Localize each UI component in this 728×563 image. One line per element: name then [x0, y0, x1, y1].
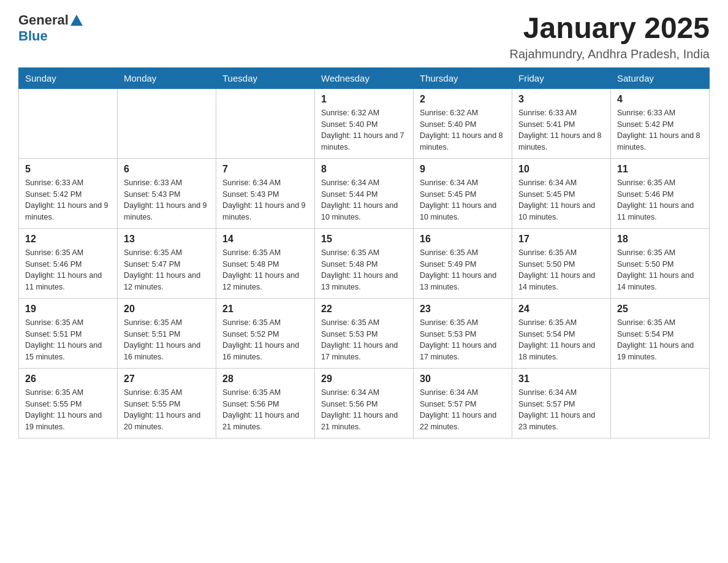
- calendar-title: January 2025: [510, 12, 710, 45]
- day-number: 1: [321, 94, 407, 105]
- day-info: Sunrise: 6:32 AMSunset: 5:40 PMDaylight:…: [321, 107, 407, 153]
- day-info: Sunrise: 6:35 AMSunset: 5:55 PMDaylight:…: [124, 387, 210, 433]
- day-info: Sunrise: 6:33 AMSunset: 5:43 PMDaylight:…: [124, 177, 210, 223]
- day-info: Sunrise: 6:35 AMSunset: 5:55 PMDaylight:…: [25, 387, 111, 433]
- day-of-week-header: Saturday: [611, 67, 710, 88]
- calendar-cell: 3Sunrise: 6:33 AMSunset: 5:41 PMDaylight…: [512, 88, 611, 158]
- day-number: 25: [617, 304, 703, 315]
- calendar-cell: [19, 88, 118, 158]
- calendar-cell: 8Sunrise: 6:34 AMSunset: 5:44 PMDaylight…: [315, 158, 414, 228]
- day-number: 23: [420, 304, 506, 315]
- day-number: 21: [222, 304, 308, 315]
- day-info: Sunrise: 6:35 AMSunset: 5:53 PMDaylight:…: [321, 317, 407, 363]
- title-section: January 2025 Rajahmundry, Andhra Pradesh…: [510, 12, 710, 61]
- calendar-table: SundayMondayTuesdayWednesdayThursdayFrid…: [18, 67, 710, 439]
- day-number: 11: [617, 164, 703, 175]
- day-info: Sunrise: 6:34 AMSunset: 5:57 PMDaylight:…: [420, 387, 506, 433]
- day-info: Sunrise: 6:35 AMSunset: 5:52 PMDaylight:…: [222, 317, 308, 363]
- day-info: Sunrise: 6:35 AMSunset: 5:47 PMDaylight:…: [124, 247, 210, 293]
- day-of-week-header: Sunday: [19, 67, 118, 88]
- day-of-week-header: Friday: [512, 67, 611, 88]
- calendar-cell: [118, 88, 216, 158]
- logo-blue-text: Blue: [18, 28, 48, 44]
- days-header-row: SundayMondayTuesdayWednesdayThursdayFrid…: [19, 67, 710, 88]
- day-info: Sunrise: 6:35 AMSunset: 5:48 PMDaylight:…: [321, 247, 407, 293]
- day-number: 22: [321, 304, 407, 315]
- calendar-cell: 18Sunrise: 6:35 AMSunset: 5:50 PMDayligh…: [611, 228, 710, 298]
- calendar-cell: 1Sunrise: 6:32 AMSunset: 5:40 PMDaylight…: [315, 88, 414, 158]
- calendar-subtitle: Rajahmundry, Andhra Pradesh, India: [510, 47, 710, 61]
- calendar-cell: 27Sunrise: 6:35 AMSunset: 5:55 PMDayligh…: [118, 368, 216, 438]
- day-info: Sunrise: 6:35 AMSunset: 5:54 PMDaylight:…: [518, 317, 604, 363]
- calendar-cell: 24Sunrise: 6:35 AMSunset: 5:54 PMDayligh…: [512, 298, 611, 368]
- day-info: Sunrise: 6:33 AMSunset: 5:42 PMDaylight:…: [25, 177, 111, 223]
- day-number: 7: [222, 164, 308, 175]
- week-row: 1Sunrise: 6:32 AMSunset: 5:40 PMDaylight…: [19, 88, 710, 158]
- calendar-cell: 10Sunrise: 6:34 AMSunset: 5:45 PMDayligh…: [512, 158, 611, 228]
- calendar-cell: 13Sunrise: 6:35 AMSunset: 5:47 PMDayligh…: [118, 228, 216, 298]
- calendar-cell: 15Sunrise: 6:35 AMSunset: 5:48 PMDayligh…: [315, 228, 414, 298]
- day-number: 3: [518, 94, 604, 105]
- logo-triangle-icon: [70, 15, 83, 26]
- calendar-cell: 2Sunrise: 6:32 AMSunset: 5:40 PMDaylight…: [414, 88, 512, 158]
- calendar-cell: 21Sunrise: 6:35 AMSunset: 5:52 PMDayligh…: [216, 298, 315, 368]
- calendar-cell: 7Sunrise: 6:34 AMSunset: 5:43 PMDaylight…: [216, 158, 315, 228]
- calendar-cell: 31Sunrise: 6:34 AMSunset: 5:57 PMDayligh…: [512, 368, 611, 438]
- day-number: 4: [617, 94, 703, 105]
- week-row: 19Sunrise: 6:35 AMSunset: 5:51 PMDayligh…: [19, 298, 710, 368]
- day-info: Sunrise: 6:35 AMSunset: 5:50 PMDaylight:…: [617, 247, 703, 293]
- calendar-cell: 6Sunrise: 6:33 AMSunset: 5:43 PMDaylight…: [118, 158, 216, 228]
- week-row: 26Sunrise: 6:35 AMSunset: 5:55 PMDayligh…: [19, 368, 710, 438]
- day-number: 16: [420, 234, 506, 245]
- calendar-cell: 12Sunrise: 6:35 AMSunset: 5:46 PMDayligh…: [19, 228, 118, 298]
- day-number: 15: [321, 234, 407, 245]
- calendar-cell: 25Sunrise: 6:35 AMSunset: 5:54 PMDayligh…: [611, 298, 710, 368]
- day-info: Sunrise: 6:35 AMSunset: 5:48 PMDaylight:…: [222, 247, 308, 293]
- calendar-cell: 5Sunrise: 6:33 AMSunset: 5:42 PMDaylight…: [19, 158, 118, 228]
- day-number: 28: [222, 373, 308, 385]
- day-number: 29: [321, 373, 407, 385]
- day-of-week-header: Monday: [118, 67, 216, 88]
- day-info: Sunrise: 6:34 AMSunset: 5:44 PMDaylight:…: [321, 177, 407, 223]
- day-info: Sunrise: 6:35 AMSunset: 5:51 PMDaylight:…: [25, 317, 111, 363]
- day-number: 24: [518, 304, 604, 315]
- day-of-week-header: Thursday: [414, 67, 512, 88]
- calendar-cell: 30Sunrise: 6:34 AMSunset: 5:57 PMDayligh…: [414, 368, 512, 438]
- calendar-cell: 11Sunrise: 6:35 AMSunset: 5:46 PMDayligh…: [611, 158, 710, 228]
- calendar-cell: 26Sunrise: 6:35 AMSunset: 5:55 PMDayligh…: [19, 368, 118, 438]
- day-info: Sunrise: 6:35 AMSunset: 5:46 PMDaylight:…: [617, 177, 703, 223]
- day-info: Sunrise: 6:35 AMSunset: 5:54 PMDaylight:…: [617, 317, 703, 363]
- day-number: 18: [617, 234, 703, 245]
- week-row: 12Sunrise: 6:35 AMSunset: 5:46 PMDayligh…: [19, 228, 710, 298]
- day-number: 31: [518, 373, 604, 385]
- day-number: 9: [420, 164, 506, 175]
- calendar-cell: [216, 88, 315, 158]
- calendar-cell: 14Sunrise: 6:35 AMSunset: 5:48 PMDayligh…: [216, 228, 315, 298]
- day-info: Sunrise: 6:34 AMSunset: 5:45 PMDaylight:…: [420, 177, 506, 223]
- day-info: Sunrise: 6:34 AMSunset: 5:43 PMDaylight:…: [222, 177, 308, 223]
- day-number: 27: [124, 373, 210, 385]
- day-of-week-header: Tuesday: [216, 67, 315, 88]
- svg-marker-0: [70, 15, 83, 26]
- day-number: 12: [25, 234, 111, 245]
- day-number: 14: [222, 234, 308, 245]
- logo: General Blue: [18, 12, 83, 44]
- day-number: 17: [518, 234, 604, 245]
- day-number: 20: [124, 304, 210, 315]
- calendar-cell: 20Sunrise: 6:35 AMSunset: 5:51 PMDayligh…: [118, 298, 216, 368]
- day-info: Sunrise: 6:33 AMSunset: 5:41 PMDaylight:…: [518, 107, 604, 153]
- calendar-cell: 28Sunrise: 6:35 AMSunset: 5:56 PMDayligh…: [216, 368, 315, 438]
- week-row: 5Sunrise: 6:33 AMSunset: 5:42 PMDaylight…: [19, 158, 710, 228]
- calendar-cell: 29Sunrise: 6:34 AMSunset: 5:56 PMDayligh…: [315, 368, 414, 438]
- day-info: Sunrise: 6:35 AMSunset: 5:51 PMDaylight:…: [124, 317, 210, 363]
- day-info: Sunrise: 6:35 AMSunset: 5:53 PMDaylight:…: [420, 317, 506, 363]
- day-number: 8: [321, 164, 407, 175]
- day-number: 30: [420, 373, 506, 385]
- day-info: Sunrise: 6:32 AMSunset: 5:40 PMDaylight:…: [420, 107, 506, 153]
- calendar-cell: 4Sunrise: 6:33 AMSunset: 5:42 PMDaylight…: [611, 88, 710, 158]
- calendar-cell: 23Sunrise: 6:35 AMSunset: 5:53 PMDayligh…: [414, 298, 512, 368]
- day-number: 26: [25, 373, 111, 385]
- calendar-cell: 22Sunrise: 6:35 AMSunset: 5:53 PMDayligh…: [315, 298, 414, 368]
- day-info: Sunrise: 6:34 AMSunset: 5:56 PMDaylight:…: [321, 387, 407, 433]
- day-info: Sunrise: 6:34 AMSunset: 5:57 PMDaylight:…: [518, 387, 604, 433]
